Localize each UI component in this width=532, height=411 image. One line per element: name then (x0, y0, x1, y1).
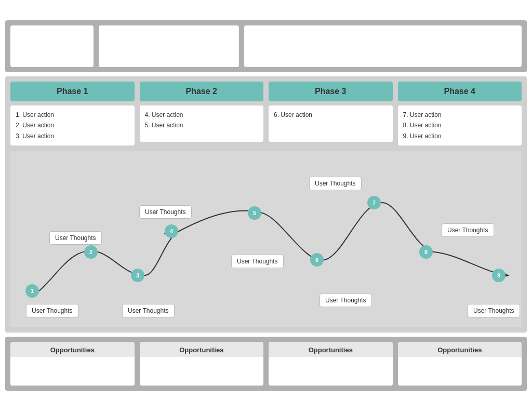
thought-box-5: User Thoughts (231, 255, 284, 268)
journey-node-8: 8 (419, 245, 433, 259)
opp-label-1: Opportunities (50, 342, 95, 357)
thought-box-4: User Thoughts (122, 304, 175, 317)
phase-col-4: Phase 47. User action8. User action9. Us… (398, 82, 522, 145)
opp-card-3: Opportunities (269, 342, 393, 386)
action-item: 2. User action (16, 120, 129, 130)
thought-box-2: User Thoughts (49, 231, 102, 245)
journey-map: 123456789User ThoughtsUser ThoughtsUser … (10, 151, 522, 327)
action-item: 7. User action (403, 110, 517, 120)
action-item: 8. User action (403, 120, 517, 130)
thought-box-6: User Thoughts (309, 177, 362, 190)
opp-card-1: Opportunities (10, 342, 135, 386)
opp-content-3 (269, 357, 393, 386)
journey-node-2: 2 (84, 245, 98, 259)
journey-node-9: 9 (492, 269, 506, 282)
journey-node-1: 1 (25, 284, 39, 298)
bottom-section: OpportunitiesOpportunitiesOpportunitiesO… (5, 337, 527, 391)
persona-card (10, 25, 94, 67)
phase-header-1: Phase 1 (10, 82, 135, 101)
phase-actions-4: 7. User action8. User action9. User acti… (398, 105, 522, 145)
opp-card-2: Opportunities (140, 342, 264, 386)
thought-box-1: User Thoughts (26, 304, 78, 317)
action-item: 9. User action (403, 131, 517, 141)
opp-content-4 (398, 357, 522, 386)
goals-card (244, 25, 522, 67)
phase-header-2: Phase 2 (140, 82, 264, 101)
phase-col-2: Phase 24. User action5. User action (140, 82, 264, 145)
phase-actions-2: 4. User action5. User action (140, 105, 264, 142)
phase-col-1: Phase 11. User action2. User action3. Us… (10, 82, 135, 145)
top-section (5, 20, 527, 72)
phase-actions-1: 1. User action2. User action3. User acti… (10, 105, 135, 145)
opp-content-1 (10, 357, 135, 386)
header-meta (503, 6, 522, 14)
opp-label-3: Opportunities (309, 342, 353, 357)
page-header (0, 0, 532, 20)
action-item: 1. User action (16, 110, 129, 120)
journey-node-5: 5 (248, 206, 261, 220)
action-item: 3. User action (16, 131, 129, 141)
thought-box-8: User Thoughts (442, 223, 494, 237)
action-item: 5. User action (145, 120, 259, 130)
thought-box-3: User Thoughts (139, 205, 192, 219)
thought-box-7: User Thoughts (320, 294, 372, 307)
phase-actions-3: 6. User action (269, 105, 393, 142)
opp-card-4: Opportunities (398, 342, 522, 386)
scenario-card (99, 25, 239, 67)
journey-node-4: 4 (165, 224, 178, 238)
phase-header-4: Phase 4 (398, 82, 522, 101)
opp-label-2: Opportunities (179, 342, 223, 357)
phase-header-3: Phase 3 (269, 82, 393, 101)
journey-node-7: 7 (367, 196, 381, 209)
action-item: 4. User action (145, 110, 259, 120)
journey-node-3: 3 (131, 269, 144, 282)
action-item: 6. User action (274, 110, 388, 120)
phases-row: Phase 11. User action2. User action3. Us… (10, 82, 522, 145)
journey-node-6: 6 (310, 253, 324, 267)
thought-box-9: User Thoughts (468, 304, 520, 317)
journey-section: Phase 11. User action2. User action3. Us… (5, 76, 527, 333)
phase-col-3: Phase 36. User action (269, 82, 393, 145)
opp-content-2 (140, 357, 264, 386)
opp-label-4: Opportunities (437, 342, 482, 357)
